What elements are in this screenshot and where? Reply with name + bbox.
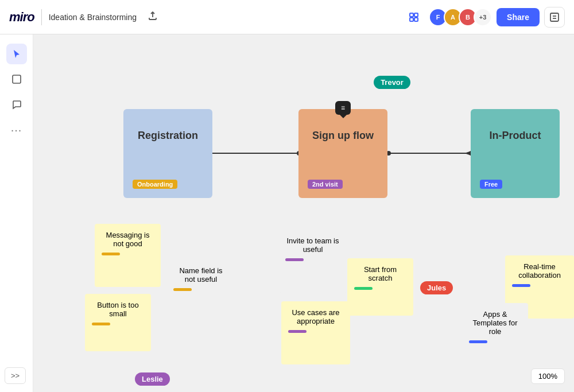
notes-icon[interactable] xyxy=(544,7,565,28)
topbar-right: F A B +3 Share xyxy=(404,7,565,28)
apps-sticky[interactable]: Apps & Templates for role xyxy=(462,303,528,369)
share-button[interactable]: Share xyxy=(497,8,540,26)
scratch-text: Start from scratch xyxy=(354,265,406,282)
registration-label: Registration xyxy=(138,130,198,142)
free-tag: Free xyxy=(480,180,502,189)
button-text: Button is too small xyxy=(92,301,144,318)
app-logo: miro xyxy=(9,10,34,25)
upload-icon[interactable] xyxy=(147,10,158,24)
messaging-text: Messaging is not good xyxy=(102,231,154,248)
realtime-bar xyxy=(512,284,530,287)
trevor-label: Trevor xyxy=(374,76,410,89)
messaging-sticky[interactable]: Messaging is not good xyxy=(95,224,161,287)
avatar-group: F A B +3 xyxy=(429,8,492,26)
select-tool[interactable] xyxy=(6,44,27,64)
messaging-bar xyxy=(102,253,120,255)
topbar: miro Ideation & Brainstorming F A B +3 S… xyxy=(0,0,574,34)
invite-sticky[interactable]: Invite to team is useful xyxy=(278,230,347,293)
leslie-cursor: Leslie xyxy=(135,373,146,385)
button-bar xyxy=(92,323,110,325)
inproduct-card[interactable]: In-Product Free xyxy=(471,109,560,198)
board-title: Ideation & Brainstorming xyxy=(49,13,137,22)
more-tool[interactable]: ··· xyxy=(6,119,27,140)
inproduct-label: In-Product xyxy=(490,130,541,142)
invite-bar xyxy=(285,258,304,261)
jules-cursor: Jules xyxy=(420,281,432,294)
invite-text: Invite to team is useful xyxy=(285,236,340,254)
usecases-sticky[interactable]: Use cases are appropriate xyxy=(281,301,350,364)
comment-bubble[interactable]: ≡ xyxy=(335,101,351,115)
scratch-bar xyxy=(354,287,373,290)
zoom-indicator: 100% xyxy=(531,368,565,384)
sticky-tool[interactable] xyxy=(6,69,27,90)
svg-rect-1 xyxy=(414,13,418,17)
jules-label: Jules xyxy=(420,281,453,294)
namefield-bar xyxy=(173,288,192,291)
signup-card[interactable]: Sign up flow 2nd visit xyxy=(298,109,387,198)
scratch-sticky[interactable]: Start from scratch xyxy=(347,258,413,316)
canvas: Registration Onboarding Sign up flow 2nd… xyxy=(34,34,574,392)
svg-rect-7 xyxy=(13,75,21,83)
frame-icon[interactable] xyxy=(404,7,424,28)
toolbar: ··· xyxy=(0,34,33,392)
button-sticky[interactable]: Button is too small xyxy=(85,294,151,351)
usecases-text: Use cases are appropriate xyxy=(288,308,343,325)
realtime-text: Real-time collaboration xyxy=(512,262,567,280)
trevor-cursor: Trevor xyxy=(386,76,398,87)
avatar-plus: +3 xyxy=(474,8,492,26)
2ndvisit-tag: 2nd visit xyxy=(308,180,343,189)
svg-rect-0 xyxy=(410,13,413,17)
registration-card[interactable]: Registration Onboarding xyxy=(123,109,212,198)
expand-button[interactable]: >> xyxy=(5,367,26,384)
signup-label: Sign up flow xyxy=(312,130,374,142)
svg-rect-3 xyxy=(414,18,418,21)
comment-icon: ≡ xyxy=(341,104,345,112)
onboarding-tag: Onboarding xyxy=(133,180,177,189)
title-divider xyxy=(41,9,42,25)
usecases-bar xyxy=(288,330,307,333)
svg-rect-2 xyxy=(410,18,413,21)
apps-bar xyxy=(469,340,487,343)
leslie-label: Leslie xyxy=(135,372,170,386)
namefield-text: Name field is not useful xyxy=(173,266,228,284)
namefield-sticky[interactable]: Name field is not useful xyxy=(166,259,235,317)
apps-text: Apps & Templates for role xyxy=(469,310,521,336)
svg-rect-4 xyxy=(550,13,559,21)
comment-tool[interactable] xyxy=(6,94,27,115)
